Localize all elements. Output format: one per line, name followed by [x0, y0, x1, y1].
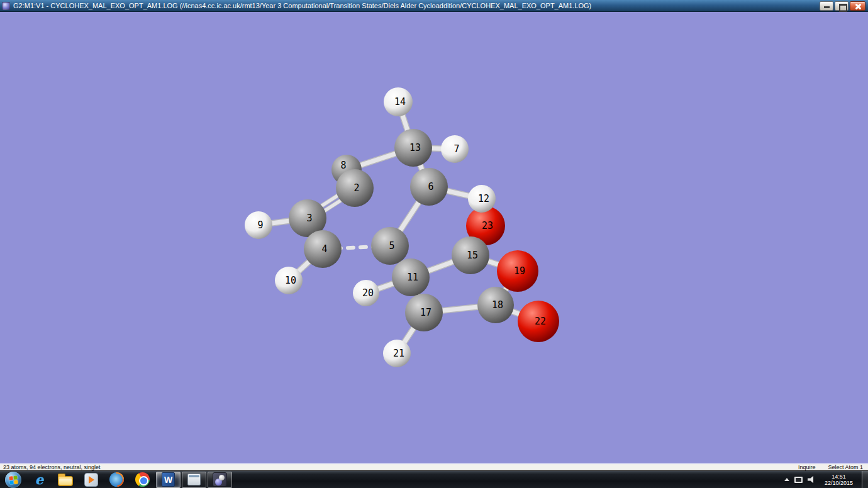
volume-icon[interactable] — [808, 475, 816, 484]
atom-21[interactable]: 21 — [383, 340, 411, 367]
close-button[interactable] — [850, 1, 865, 11]
taskbar-item-chrome[interactable] — [130, 472, 155, 488]
atom-20[interactable]: 20 — [353, 280, 379, 306]
taskbar-item-word[interactable]: W — [156, 472, 181, 488]
show-desktop-button[interactable] — [862, 471, 868, 488]
taskbar-clock[interactable]: 14:51 22/10/2015 — [821, 474, 857, 486]
internet-explorer-icon: e — [35, 473, 43, 486]
chrome-icon — [135, 472, 150, 487]
atom-label: 3 — [306, 213, 312, 224]
atom-9[interactable]: 9 — [245, 211, 272, 239]
atom-4[interactable]: 4 — [304, 230, 342, 268]
atom-14[interactable]: 14 — [384, 87, 413, 116]
atom-7[interactable]: 7 — [441, 135, 469, 163]
atom-label: 13 — [409, 142, 421, 153]
atom-6[interactable]: 6 — [410, 168, 448, 206]
clock-date: 22/10/2015 — [825, 480, 853, 486]
atom-2[interactable]: 2 — [336, 169, 374, 207]
app-window-icon — [187, 474, 201, 485]
molecule-viewport[interactable]: 1487132931042312652021171115191822 — [0, 12, 868, 463]
start-button[interactable] — [5, 472, 21, 488]
atom-5[interactable]: 5 — [371, 227, 409, 265]
app-icon[interactable] — [2, 2, 10, 10]
atom-label: 14 — [394, 96, 406, 108]
windows-flag-icon — [9, 475, 18, 484]
molecule-summary: 23 atoms, 94 electrons, neutral, singlet — [3, 464, 101, 471]
folder-icon — [58, 476, 73, 486]
atom-label: 8 — [340, 160, 346, 171]
taskbar-item-app-window[interactable] — [182, 472, 206, 488]
atom-label: 20 — [362, 287, 374, 299]
maximize-button[interactable] — [835, 1, 849, 11]
system-tray: 14:51 22/10/2015 — [784, 471, 868, 488]
atom-label: 21 — [393, 348, 404, 359]
atom-label: 9 — [257, 219, 263, 231]
atom-label: 10 — [285, 275, 296, 286]
atom-label: 18 — [492, 299, 503, 311]
atom-11[interactable]: 11 — [392, 258, 430, 296]
taskbar-item-internet-explorer[interactable]: e — [27, 472, 52, 488]
atom-10[interactable]: 10 — [275, 267, 303, 294]
display-tray-icon[interactable] — [794, 477, 803, 483]
atom-label: 7 — [453, 143, 459, 155]
title-bar: G2:M1:V1 - CYCLOHEX_MAL_EXO_OPT_AM1.LOG … — [0, 0, 868, 12]
atom-19[interactable]: 19 — [497, 250, 538, 292]
minimize-button[interactable] — [820, 1, 833, 11]
atom-label: 2 — [353, 182, 359, 194]
atom-label: 22 — [535, 316, 546, 327]
atom-15[interactable]: 15 — [452, 236, 489, 274]
taskbar-item-explorer[interactable] — [53, 472, 77, 488]
taskbar-item-media-player[interactable] — [79, 472, 103, 488]
gaussview-icon — [213, 472, 227, 487]
atom-label: 15 — [467, 250, 478, 261]
atom-label: 19 — [514, 265, 525, 277]
atom-label: 12 — [478, 193, 489, 204]
atom-18[interactable]: 18 — [477, 287, 514, 323]
atom-label: 23 — [482, 220, 493, 231]
atom-label: 5 — [389, 240, 394, 252]
inquire-mode-label: Inquire — [798, 464, 816, 471]
atom-13[interactable]: 13 — [394, 129, 432, 167]
taskbar: e W 14:51 22/10/2015 — [0, 470, 868, 488]
molecule-3d-view[interactable]: 1487132931042312652021171115191822 — [0, 12, 868, 463]
atom-22[interactable]: 22 — [518, 301, 559, 342]
taskbar-item-firefox[interactable] — [104, 472, 129, 488]
media-player-icon — [84, 473, 98, 487]
window-title: G2:M1:V1 - CYCLOHEX_MAL_EXO_OPT_AM1.LOG … — [13, 2, 816, 9]
atom-label: 6 — [428, 181, 433, 192]
hidden-icons-arrow[interactable] — [784, 478, 789, 481]
window-controls — [820, 1, 866, 11]
select-atom-label: Select Atom 1 — [828, 464, 863, 471]
status-bar: 23 atoms, 94 electrons, neutral, singlet… — [0, 463, 868, 470]
atom-17[interactable]: 17 — [405, 294, 443, 331]
atom-label: 17 — [420, 307, 431, 318]
clock-time: 14:51 — [825, 474, 853, 480]
atom-12[interactable]: 12 — [468, 185, 496, 213]
atom-label: 4 — [321, 243, 327, 255]
atom-label: 11 — [407, 272, 418, 283]
word-icon: W — [162, 472, 175, 487]
firefox-icon — [109, 472, 124, 487]
taskbar-item-gaussview[interactable] — [208, 472, 232, 488]
